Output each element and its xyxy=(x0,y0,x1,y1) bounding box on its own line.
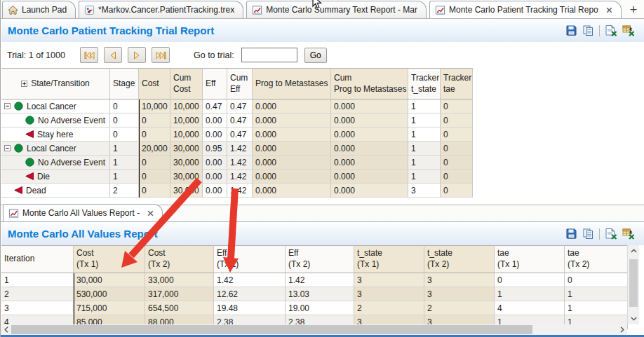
tab-launch-pad[interactable]: Launch Pad xyxy=(2,1,76,18)
transition-icon xyxy=(25,130,34,138)
scroll-down-icon[interactable] xyxy=(628,313,639,324)
vertical-scrollbar[interactable] xyxy=(627,245,639,324)
column-header-label: Cum xyxy=(230,73,248,84)
next-trial-button[interactable] xyxy=(128,47,146,63)
table-cell: 0.000 xyxy=(253,114,331,128)
column-header-label: Eff xyxy=(206,78,215,90)
table-cell: 1.42 xyxy=(227,142,253,156)
table-cell: 1.42 xyxy=(227,170,253,184)
transition-icon xyxy=(14,186,22,194)
table-cell: 0.47 xyxy=(227,128,253,142)
trial-counter: Trial: 1 of 1000 xyxy=(7,50,80,60)
column-header-eff-tx2: Eff(Tx 2) xyxy=(286,245,354,273)
table-cell: 654,500 xyxy=(145,301,214,315)
table-cell: 0.000 xyxy=(253,128,331,142)
copy-icon[interactable] xyxy=(582,25,594,36)
column-header-label: t_state xyxy=(427,248,452,259)
tab-label: Launch Pad xyxy=(22,5,67,15)
table-cell: 10,000 xyxy=(170,114,203,128)
tab-monte-carlo-patient-tracking-trial-repo[interactable]: Monte Carlo Patient Tracking Trial Repo xyxy=(429,1,622,18)
table-cell: 0.000 xyxy=(331,142,408,156)
state-icon xyxy=(14,144,23,153)
table-cell: 0 xyxy=(139,128,170,142)
table-cell: 33,000 xyxy=(145,273,214,287)
column-header-label: Prog to Metastases xyxy=(334,84,406,95)
table-cell: 0.00 xyxy=(203,114,227,128)
save-icon[interactable] xyxy=(565,228,577,240)
scroll-right-icon[interactable] xyxy=(617,324,627,335)
scroll-up-icon[interactable] xyxy=(628,245,639,256)
tab-monte-carlo-all-values-report[interactable]: Monte Carlo All Values Report - xyxy=(3,204,163,221)
export-report-excel-icon[interactable] xyxy=(605,25,617,36)
close-tab-icon[interactable] xyxy=(606,7,612,13)
table-cell: 13.03 xyxy=(286,287,354,301)
column-header-label: (Tx 2) xyxy=(288,259,310,270)
tab-markov-cancer-patienttracking-trex[interactable]: *Markov.Cancer.PatientTracking.trex xyxy=(79,1,243,18)
close-tab-icon[interactable] xyxy=(147,210,154,216)
column-header-cum-cost: CumCost xyxy=(170,68,203,99)
table-cell: 0.000 xyxy=(253,142,331,156)
horizontal-scrollbar[interactable] xyxy=(1,324,627,335)
table-cell: 0.00 xyxy=(203,156,227,170)
table-cell: 1 xyxy=(408,99,441,114)
column-header-label: Eff xyxy=(230,84,240,95)
column-header-tracker-tae: Trackertae xyxy=(441,68,473,99)
table-cell: 1 xyxy=(408,128,441,142)
copy-icon[interactable] xyxy=(582,228,594,240)
table-cell: 0.00 xyxy=(203,184,227,198)
table-cell: 1.42 xyxy=(214,273,286,287)
vertical-scrollbar-thumb[interactable] xyxy=(629,259,638,307)
table-cell: 19.00 xyxy=(286,301,354,315)
column-header-eff-tx1: Eff(Tx 1) xyxy=(214,245,286,273)
table-cell: 0 xyxy=(441,99,473,114)
table-cell: 2 xyxy=(110,184,139,198)
horizontal-scrollbar-thumb[interactable] xyxy=(11,325,532,334)
treeage-window: Launch Pad*Markov.Cancer.PatientTracking… xyxy=(0,0,644,337)
column-header-label: State/Transition xyxy=(31,78,90,90)
table-cell: 0 xyxy=(110,99,139,114)
trial-report-titlebar: Monte Carlo Patient Tracking Trial Repor… xyxy=(1,19,644,42)
export-report-excel-icon[interactable] xyxy=(605,228,617,240)
node-label: Local Cancer xyxy=(27,144,76,153)
tab-monte-carlo-summary-text-report-mar[interactable]: Monte Carlo Summary Text Report - Mar xyxy=(246,1,427,18)
table-cell: 1 xyxy=(1,273,74,287)
table-cell: Local Cancer xyxy=(1,142,110,156)
table-cell: No Adverse Event xyxy=(1,114,110,128)
last-trial-button[interactable] xyxy=(152,47,170,63)
expand-all-toggle-icon[interactable] xyxy=(21,81,27,87)
node-label: No Adverse Event xyxy=(38,158,105,167)
export-data-excel-icon[interactable] xyxy=(622,228,635,240)
new-tab-button[interactable]: + xyxy=(624,4,643,18)
toolbar-separator xyxy=(599,228,600,240)
first-trial-button[interactable] xyxy=(80,47,98,63)
values-report-title: Monte Carlo All Values Report xyxy=(8,228,158,240)
table-row: Dead2030,0000.001.420.0000.00030 xyxy=(1,184,473,198)
table-cell: 0 xyxy=(139,156,170,170)
save-icon[interactable] xyxy=(565,25,577,36)
table-cell: 30,000 xyxy=(170,170,203,184)
table-cell: Dead xyxy=(1,184,110,198)
previous-trial-button[interactable] xyxy=(104,47,122,63)
column-header-label: Iteration xyxy=(4,254,34,265)
column-header-cost-tx1: Cost(Tx 1) xyxy=(74,245,145,273)
transition-icon xyxy=(25,172,34,180)
table-cell: 1.42 xyxy=(286,273,354,287)
column-header-t-state-tx1: t_state(Tx 1) xyxy=(354,245,424,273)
home-icon xyxy=(8,5,18,15)
tab-label: Monte Carlo Patient Tracking Trial Repo xyxy=(449,5,598,15)
export-data-excel-icon[interactable] xyxy=(622,25,635,36)
table-cell: 0 xyxy=(441,128,473,142)
column-header-label: Cum xyxy=(334,73,351,84)
go-button[interactable]: Go xyxy=(304,48,327,63)
goto-trial-input[interactable] xyxy=(241,48,297,62)
freeze-pane-divider xyxy=(74,273,74,329)
values-report-table: IterationCost(Tx 1)Cost(Tx 2)Eff(Tx 1)Ef… xyxy=(1,245,628,329)
collapse-toggle-icon[interactable] xyxy=(4,103,11,109)
values-report-toolbar-icons xyxy=(565,228,635,240)
column-header-label: Eff xyxy=(217,248,227,259)
collapse-toggle-icon[interactable] xyxy=(4,145,11,151)
table-cell: 20,000 xyxy=(139,142,170,156)
scroll-left-icon[interactable] xyxy=(1,324,11,335)
column-header-label: (Tx 2) xyxy=(568,259,589,270)
table-cell: 0 xyxy=(441,156,473,170)
